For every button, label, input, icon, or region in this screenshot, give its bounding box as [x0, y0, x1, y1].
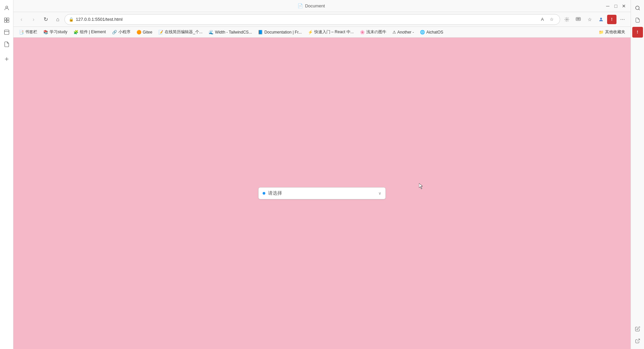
- translate-icon[interactable]: A: [538, 15, 546, 23]
- tab-manager-button[interactable]: [573, 14, 584, 25]
- home-button[interactable]: ⌂: [52, 14, 63, 25]
- more-options-button[interactable]: ⋯: [617, 14, 628, 25]
- bookmark-tailwind-label: Width - TailwindCS...: [215, 30, 252, 35]
- bookmark-aichat-label: AichatOS: [426, 30, 443, 35]
- window-title-icon: 📄: [298, 3, 303, 8]
- bookmark-miniapp-label: 小程序: [118, 29, 130, 35]
- svg-rect-3: [4, 20, 6, 22]
- back-button[interactable]: ‹: [16, 14, 27, 25]
- bookmark-docs[interactable]: 📘 Documentation | Fr...: [255, 29, 304, 36]
- select-wrapper: 请选择 ∨: [258, 187, 386, 199]
- bookmark-gitee-icon: 🟠: [137, 30, 142, 35]
- title-bar: 📄 Document ─ □ ✕: [13, 0, 631, 12]
- bookmark-bookmarks-icon: 📑: [19, 30, 24, 35]
- window-controls: ─ □ ✕: [605, 3, 627, 9]
- bookmark-study-icon: 📚: [43, 30, 48, 35]
- bookmark-react[interactable]: ⚡ 快速入门 – React 中...: [305, 28, 357, 36]
- bookmark-gitee-label: Gitee: [143, 30, 153, 35]
- copilot-button[interactable]: [561, 14, 572, 25]
- svg-rect-2: [7, 18, 9, 20]
- minimize-button[interactable]: ─: [605, 3, 610, 9]
- bookmark-miniapp-icon: 🔗: [112, 30, 117, 35]
- url-text: 127.0.0.1:5501/test.html: [76, 17, 536, 22]
- bookmark-bookmarks-label: 书签栏: [25, 29, 37, 35]
- edit-sidebar-icon[interactable]: [632, 323, 643, 334]
- svg-rect-11: [579, 18, 580, 19]
- document-icon[interactable]: [1, 39, 12, 50]
- bookmark-element-icon: 🧩: [73, 30, 78, 35]
- bookmark-another[interactable]: ⚠ Another -: [390, 29, 417, 36]
- select-indicator-dot: [263, 192, 265, 195]
- window-title-text: Document: [305, 3, 325, 8]
- bookmark-tailwind-icon: 🌊: [209, 30, 214, 35]
- svg-rect-9: [576, 17, 580, 20]
- account-button[interactable]: [596, 14, 606, 25]
- bookmark-resume-label: 在线简历编辑器_个...: [165, 29, 203, 35]
- svg-rect-5: [4, 30, 9, 35]
- address-bar[interactable]: 🔒 127.0.0.1:5501/test.html A ☆: [64, 14, 560, 25]
- notification-badge[interactable]: !: [607, 15, 616, 24]
- select-dropdown[interactable]: 请选择 ∨: [258, 187, 386, 199]
- bookmark-bookmarks[interactable]: 📑 书签栏: [16, 28, 40, 36]
- bookmark-qianmo-label: 浅末の图牛: [366, 29, 386, 35]
- svg-line-14: [639, 9, 640, 10]
- select-placeholder: 请选择: [268, 190, 378, 196]
- svg-rect-4: [7, 20, 9, 22]
- svg-point-12: [600, 17, 602, 19]
- bookmark-miniapp[interactable]: 🔗 小程序: [109, 28, 133, 36]
- bookmark-aichat-icon: 🌐: [420, 30, 425, 35]
- bookmark-qianmo-icon: 🌸: [360, 30, 365, 35]
- bookmark-docs-label: Documentation | Fr...: [264, 30, 302, 35]
- window-title: 📄 Document: [17, 3, 605, 8]
- svg-point-13: [636, 6, 639, 10]
- close-button[interactable]: ✕: [621, 3, 627, 9]
- bookmark-another-label: Another -: [397, 30, 414, 35]
- lock-icon: 🔒: [69, 17, 74, 22]
- bookmarks-folder-icon: 📁: [599, 30, 604, 35]
- search-sidebar-icon[interactable]: [632, 3, 643, 13]
- bookmark-react-label: 快速入门 – React 中...: [314, 29, 354, 35]
- maximize-button[interactable]: □: [613, 3, 619, 9]
- svg-point-0: [6, 6, 8, 8]
- bookmarks-more-label: 其他收藏夹: [605, 29, 625, 35]
- bookmark-tailwind[interactable]: 🌊 Width - TailwindCS...: [206, 29, 255, 36]
- svg-point-8: [566, 19, 568, 20]
- bookmark-gitee[interactable]: 🟠 Gitee: [134, 29, 155, 36]
- right-sidebar: !: [631, 0, 644, 349]
- svg-rect-1: [4, 18, 6, 20]
- browser-main: 📄 Document ─ □ ✕ ‹ › ↻ ⌂ 🔒 127.0.0.1:550…: [13, 0, 631, 349]
- bookmark-element[interactable]: 🧩 组件 | Element: [71, 28, 109, 36]
- profile-icon[interactable]: [1, 3, 12, 13]
- chevron-down-icon: ∨: [378, 191, 381, 196]
- notification-sidebar-icon[interactable]: !: [632, 27, 643, 38]
- add-icon[interactable]: [1, 54, 12, 64]
- page-content: 请选择 ∨: [13, 38, 631, 349]
- left-sidebar: [0, 0, 13, 349]
- tab-icon[interactable]: [1, 27, 12, 38]
- bookmark-study-label: 学习study: [50, 29, 67, 35]
- forward-button[interactable]: ›: [28, 14, 39, 25]
- cursor-pointer: [419, 183, 424, 191]
- svg-rect-10: [577, 18, 578, 19]
- share-sidebar-icon[interactable]: [632, 336, 643, 346]
- nav-actions: ☆ ! ⋯: [561, 14, 628, 25]
- star-icon[interactable]: ☆: [548, 15, 556, 23]
- bookmark-react-icon: ⚡: [308, 30, 313, 35]
- address-bar-actions: A ☆: [538, 15, 556, 23]
- document-sidebar-icon[interactable]: [632, 15, 643, 26]
- bookmark-resume[interactable]: 📝 在线简历编辑器_个...: [156, 28, 205, 36]
- bookmark-aichat[interactable]: 🌐 AichatOS: [417, 29, 446, 36]
- bookmark-resume-icon: 📝: [158, 30, 163, 35]
- navigation-bar: ‹ › ↻ ⌂ 🔒 127.0.0.1:5501/test.html A ☆: [13, 12, 631, 27]
- svg-line-15: [637, 339, 639, 341]
- bookmark-docs-icon: 📘: [258, 30, 263, 35]
- refresh-button[interactable]: ↻: [40, 14, 51, 25]
- bookmarks-more-button[interactable]: 📁 其他收藏夹: [596, 28, 628, 36]
- bookmark-study[interactable]: 📚 学习study: [41, 28, 70, 36]
- bookmark-qianmo[interactable]: 🌸 浅末の图牛: [357, 28, 389, 36]
- bookmarks-bar: 📑 书签栏 📚 学习study 🧩 组件 | Element 🔗 小程序 🟠 G…: [13, 27, 631, 38]
- extensions-icon[interactable]: [1, 15, 12, 26]
- bookmark-another-icon: ⚠: [392, 30, 396, 35]
- favorites-button[interactable]: ☆: [584, 14, 595, 25]
- bookmark-element-label: 组件 | Element: [80, 29, 106, 35]
